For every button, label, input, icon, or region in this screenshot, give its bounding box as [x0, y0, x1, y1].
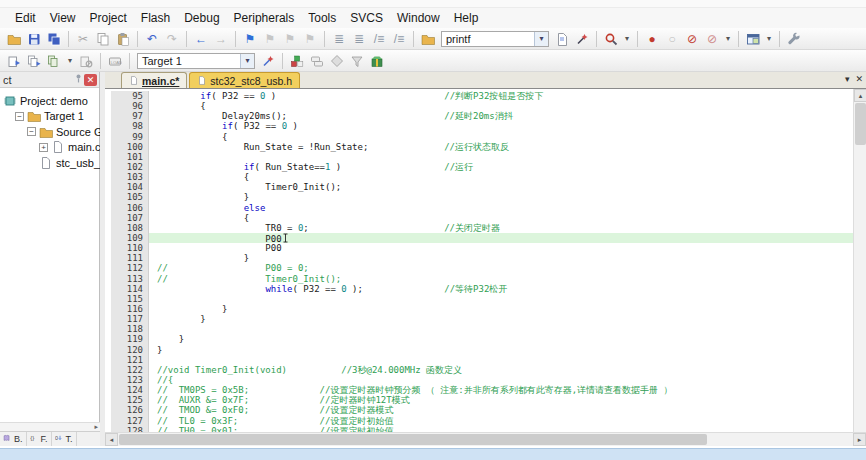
tree-item-main-c[interactable]: +main.c: [0, 140, 99, 156]
code-line[interactable]: 103 {: [105, 172, 853, 182]
debug-magnifier-icon[interactable]: [602, 30, 620, 48]
cut-icon[interactable]: ✂: [74, 30, 92, 48]
window-layout-dropdown[interactable]: ▾: [764, 30, 774, 48]
chevron-down-icon[interactable]: ▾: [534, 32, 548, 46]
code-line[interactable]: 120}: [105, 345, 853, 355]
code-line[interactable]: 106 else: [105, 203, 853, 213]
target-combo-value[interactable]: Target 1: [138, 55, 240, 67]
code-line[interactable]: 101: [105, 152, 853, 162]
code-line[interactable]: 98 if( P32 == 0 ): [105, 121, 853, 131]
build-icon[interactable]: [25, 52, 43, 70]
manage-items-icon[interactable]: [288, 52, 306, 70]
breakpoint-disabled-icon[interactable]: ○: [663, 30, 681, 48]
code-line[interactable]: 113// Timer0_Init();: [105, 274, 853, 284]
find-next-icon[interactable]: [573, 30, 591, 48]
vertical-scrollbar[interactable]: ▴: [853, 89, 866, 432]
open-icon[interactable]: [5, 30, 23, 48]
horizontal-scroll-thumb[interactable]: [119, 434, 707, 445]
scroll-up-icon[interactable]: ▴: [854, 89, 866, 102]
code-line[interactable]: 114 while( P32 == 0 ); //等待P32松开: [105, 284, 853, 294]
paste-icon[interactable]: [114, 30, 132, 48]
code-line[interactable]: 107 {: [105, 213, 853, 223]
code-line[interactable]: 122//void Timer0_Init(void) //3秒@24.000M…: [105, 365, 853, 375]
code-line[interactable]: 112// P00 = 0;: [105, 263, 853, 273]
project-panel-hscrollbar[interactable]: ▸: [0, 422, 100, 431]
menu-project[interactable]: Project: [82, 9, 133, 27]
scroll-left-icon[interactable]: ◂: [105, 433, 118, 446]
find-doc-icon[interactable]: [553, 30, 571, 48]
find-combo[interactable]: printf▾: [441, 31, 549, 47]
functions-tab[interactable]: {}F.: [27, 432, 52, 446]
code-line[interactable]: 125// AUXR &= 0x7F; //定时器时钟12T模式: [105, 395, 853, 405]
download-icon[interactable]: LOAD: [106, 52, 124, 70]
menu-tools[interactable]: Tools: [301, 9, 343, 27]
target-combo[interactable]: Target 1▾: [137, 53, 255, 69]
code-line[interactable]: 99 {: [105, 132, 853, 142]
code-line[interactable]: 96 {: [105, 101, 853, 111]
code-line[interactable]: 115: [105, 294, 853, 304]
tab-main-c-[interactable]: main.c*: [121, 72, 187, 88]
code-line[interactable]: 104 Timer0_Init();: [105, 182, 853, 192]
comment-icon[interactable]: /≡: [370, 30, 388, 48]
translate-icon[interactable]: [5, 52, 23, 70]
menu-edit[interactable]: Edit: [8, 9, 43, 27]
tab-list-dropdown-icon[interactable]: ▾: [845, 74, 850, 84]
horizontal-scrollbar[interactable]: ◂ ▸: [105, 432, 866, 446]
close-file-icon[interactable]: ✕: [855, 74, 863, 84]
code-line[interactable]: 108 TR0 = 0; //关闭定时器: [105, 223, 853, 233]
rebuild-icon[interactable]: [45, 52, 63, 70]
code-line[interactable]: 100 Run_State = !Run_State; //运行状态取反: [105, 142, 853, 152]
code-line[interactable]: 116 }: [105, 304, 853, 314]
collapse-icon[interactable]: −: [15, 112, 24, 121]
menu-help[interactable]: Help: [447, 9, 486, 27]
magnifier-dropdown[interactable]: ▾: [622, 30, 632, 48]
nav-forward-icon[interactable]: →: [212, 30, 230, 48]
wrench-icon[interactable]: [785, 30, 803, 48]
breakpoint-icon[interactable]: ●: [643, 30, 661, 48]
bookmark-next-icon[interactable]: ⚑: [281, 30, 299, 48]
uncomment-icon[interactable]: /≡: [390, 30, 408, 48]
tree-item-source-grou[interactable]: −Source Grou: [0, 124, 99, 140]
collapse-icon[interactable]: −: [27, 127, 36, 136]
bookmark-prev-icon[interactable]: ⚑: [261, 30, 279, 48]
breakpoint-kill-all-icon[interactable]: ⊘: [703, 30, 721, 48]
bookmark-toggle-icon[interactable]: ⚑: [241, 30, 259, 48]
expand-icon[interactable]: +: [39, 143, 48, 152]
breakpoint-disable-all-icon[interactable]: ⊘: [683, 30, 701, 48]
code-line[interactable]: 124// TM0PS = 0x5B; //设置定时器时钟预分频 （ 注意:并非…: [105, 385, 853, 395]
pack-installer-icon[interactable]: [368, 52, 386, 70]
code-line[interactable]: 95 if( P32 == 0 ) //判断P32按钮是否按下: [105, 91, 853, 101]
pin-icon[interactable]: [73, 73, 84, 86]
copy-icon[interactable]: [94, 30, 112, 48]
breakpoint-dropdown[interactable]: ▾: [723, 30, 733, 48]
code-line[interactable]: 111 }: [105, 253, 853, 263]
code-line[interactable]: 118: [105, 324, 853, 334]
menu-peripherals[interactable]: Peripherals: [227, 9, 302, 27]
tree-item-project-demo[interactable]: Project: demo: [0, 93, 99, 109]
menu-window[interactable]: Window: [390, 9, 447, 27]
window-layout-icon[interactable]: [744, 30, 762, 48]
menu-flash[interactable]: Flash: [134, 9, 177, 27]
code-line[interactable]: 105 }: [105, 192, 853, 202]
code-line[interactable]: 121: [105, 355, 853, 365]
code-area[interactable]: 95 if( P32 == 0 ) //判断P32按钮是否按下96 {97 De…: [105, 89, 853, 432]
undo-icon[interactable]: ↶: [143, 30, 161, 48]
find-in-files-icon[interactable]: [419, 30, 437, 48]
tab-stc32-stc8-usb-h[interactable]: stc32_stc8_usb.h: [189, 72, 300, 88]
unindent-icon[interactable]: ≣: [330, 30, 348, 48]
chevron-down-icon[interactable]: ▾: [240, 54, 254, 68]
templates-tab[interactable]: 0T.: [52, 432, 77, 446]
books-env-icon[interactable]: [328, 52, 346, 70]
save-icon[interactable]: [25, 30, 43, 48]
code-line[interactable]: 110 P00: [105, 243, 853, 253]
code-line[interactable]: 127// TL0 = 0x3F; //设置定时初始值: [105, 416, 853, 426]
code-line[interactable]: 126// TMOD &= 0xF0; //设置定时器模式: [105, 405, 853, 415]
rebuild-dropdown[interactable]: ▾: [65, 52, 75, 70]
code-line[interactable]: 102 if( Run_State==1 ) //运行: [105, 162, 853, 172]
save-all-icon[interactable]: [45, 30, 63, 48]
code-line[interactable]: 97 Delay20ms(); //延时20ms消抖: [105, 111, 853, 121]
find-combo-value[interactable]: printf: [442, 33, 534, 45]
batch-build-icon[interactable]: [77, 52, 95, 70]
tree-item-stc-usb-[interactable]: stc_usb_: [0, 155, 99, 171]
packs-icon[interactable]: [348, 52, 366, 70]
